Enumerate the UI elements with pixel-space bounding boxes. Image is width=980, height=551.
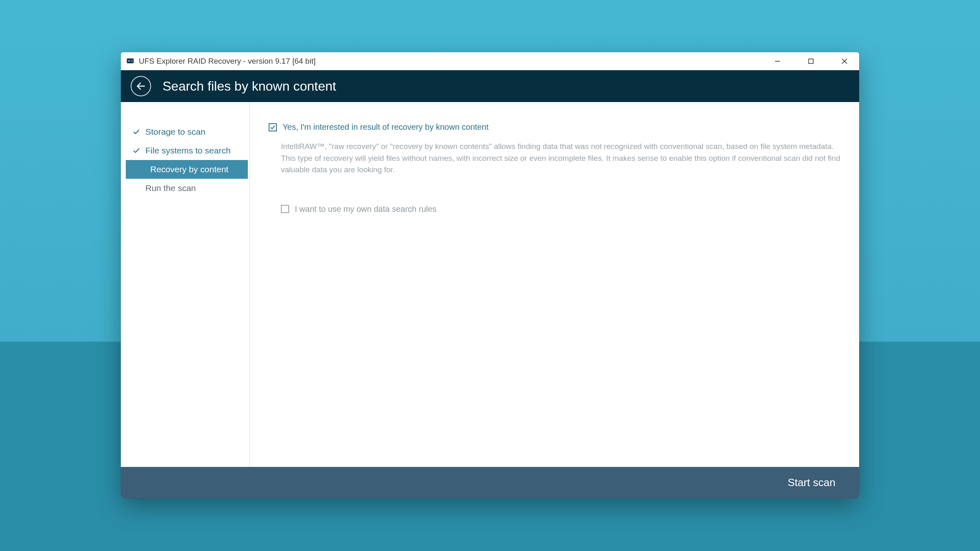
step-label: Recovery by content	[150, 164, 228, 174]
description-text: IntelliRAW™, "raw recovery" or "recovery…	[269, 141, 840, 176]
svg-rect-0	[127, 58, 134, 63]
custom-rules-checkbox[interactable]	[281, 205, 289, 213]
close-button[interactable]	[830, 52, 859, 70]
step-label: File systems to search	[145, 146, 231, 156]
step-file-systems-to-search[interactable]: File systems to search	[121, 141, 249, 160]
recovery-by-content-checkbox[interactable]	[269, 123, 277, 131]
checkmark-icon	[270, 124, 276, 130]
svg-rect-3	[131, 61, 133, 62]
minimize-button[interactable]	[763, 52, 792, 70]
svg-rect-2	[131, 60, 133, 61]
step-storage-to-scan[interactable]: Storage to scan	[121, 122, 249, 141]
page-title: Search files by known content	[163, 79, 336, 94]
content-pane: Yes, I'm interested in result of recover…	[250, 102, 859, 467]
app-window: UFS Explorer RAID Recovery - version 9.1…	[121, 52, 859, 498]
wizard-steps-sidebar: Storage to scan File systems to search R…	[121, 102, 250, 467]
checkbox-label: I want to use my own data search rules	[295, 204, 437, 214]
svg-rect-5	[809, 59, 813, 64]
arrow-left-icon	[136, 81, 146, 91]
body: Storage to scan File systems to search R…	[121, 102, 859, 467]
back-button[interactable]	[131, 76, 151, 96]
step-run-the-scan[interactable]: Run the scan	[121, 179, 249, 198]
app-icon	[126, 57, 135, 66]
step-recovery-by-content[interactable]: Recovery by content	[126, 160, 248, 179]
subheader: Search files by known content	[121, 70, 859, 102]
check-icon	[132, 147, 140, 155]
window-title: UFS Explorer RAID Recovery - version 9.1…	[139, 57, 316, 66]
checkbox-label: Yes, I'm interested in result of recover…	[283, 122, 488, 132]
svg-point-1	[128, 60, 130, 62]
footer: Start scan	[121, 467, 859, 498]
check-icon	[132, 128, 140, 136]
step-label: Storage to scan	[145, 127, 205, 137]
step-label: Run the scan	[145, 183, 196, 193]
maximize-button[interactable]	[796, 52, 826, 70]
titlebar: UFS Explorer RAID Recovery - version 9.1…	[121, 52, 859, 70]
start-scan-button[interactable]: Start scan	[788, 476, 835, 489]
